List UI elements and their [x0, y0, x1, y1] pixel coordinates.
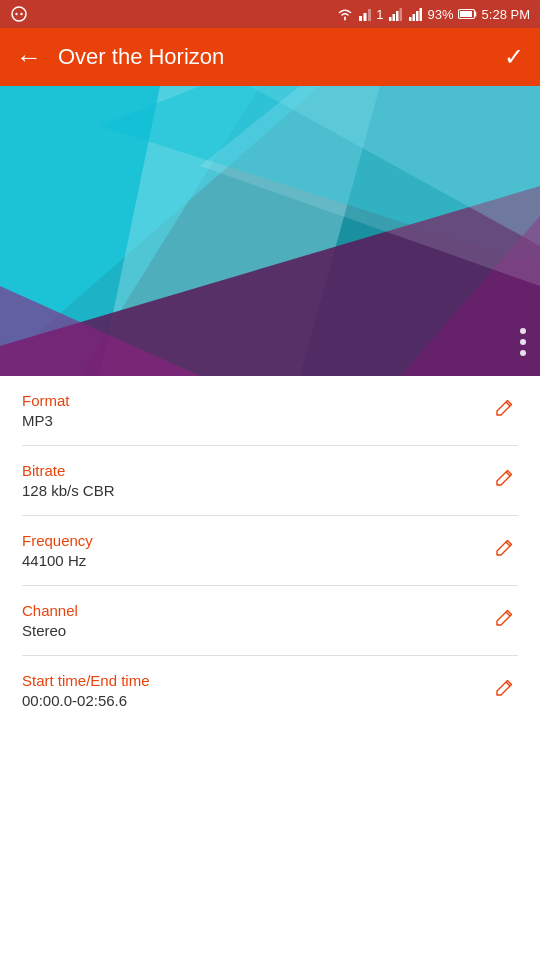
- svg-rect-5: [368, 9, 371, 21]
- svg-rect-10: [409, 17, 412, 21]
- album-art-area: [0, 86, 540, 376]
- svg-rect-6: [389, 17, 392, 21]
- time-content: Start time/End time 00:00.0-02:56.6: [22, 672, 490, 709]
- bitrate-content: Bitrate 128 kb/s CBR: [22, 462, 490, 499]
- format-row: Format MP3: [22, 376, 518, 446]
- channel-value: Stereo: [22, 622, 490, 639]
- dot2: [520, 339, 526, 345]
- frequency-content: Frequency 44100 Hz: [22, 532, 490, 569]
- svg-rect-8: [396, 11, 399, 21]
- app-bar-title: Over the Horizon: [58, 44, 504, 70]
- battery-icon: [458, 8, 478, 20]
- svg-point-0: [12, 7, 26, 21]
- time-value: 00:00.0-02:56.6: [22, 692, 490, 709]
- svg-rect-12: [416, 11, 419, 21]
- status-right-icons: 1 93% 5:28 PM: [336, 7, 530, 22]
- frequency-row: Frequency 44100 Hz: [22, 516, 518, 586]
- time-edit-button[interactable]: [490, 674, 518, 707]
- signal1-icon: [358, 7, 372, 21]
- pencil-icon: [494, 678, 514, 698]
- pencil-icon: [494, 468, 514, 488]
- bitrate-label: Bitrate: [22, 462, 490, 479]
- format-content: Format MP3: [22, 392, 490, 429]
- wechat-icon: [10, 5, 28, 23]
- svg-rect-13: [419, 8, 422, 21]
- svg-rect-7: [392, 14, 395, 21]
- status-bar: 1 93% 5:28 PM: [0, 0, 540, 28]
- dot1: [520, 328, 526, 334]
- dot3: [520, 350, 526, 356]
- app-bar: ← Over the Horizon ✓: [0, 28, 540, 86]
- confirm-button[interactable]: ✓: [504, 43, 524, 71]
- bitrate-row: Bitrate 128 kb/s CBR: [22, 446, 518, 516]
- details-list: Format MP3 Bitrate 128 kb/s CBR Frequenc…: [0, 376, 540, 725]
- battery-percent: 93%: [428, 7, 454, 22]
- svg-rect-9: [399, 8, 402, 21]
- svg-point-1: [15, 13, 17, 15]
- status-left-icons: [10, 5, 28, 23]
- svg-rect-11: [412, 14, 415, 21]
- wifi-icon: [336, 7, 354, 21]
- pencil-icon: [494, 398, 514, 418]
- channel-content: Channel Stereo: [22, 602, 490, 639]
- svg-rect-3: [359, 16, 362, 21]
- signal2-icon: [388, 7, 404, 21]
- time-row: Start time/End time 00:00.0-02:56.6: [22, 656, 518, 725]
- svg-rect-15: [460, 11, 472, 17]
- format-edit-button[interactable]: [490, 394, 518, 427]
- more-options-button[interactable]: [520, 328, 526, 356]
- album-art-svg: [0, 86, 540, 376]
- format-value: MP3: [22, 412, 490, 429]
- format-label: Format: [22, 392, 490, 409]
- svg-rect-4: [364, 13, 367, 21]
- sim-indicator: 1: [376, 7, 383, 22]
- time-label: Start time/End time: [22, 672, 490, 689]
- bitrate-value: 128 kb/s CBR: [22, 482, 490, 499]
- channel-row: Channel Stereo: [22, 586, 518, 656]
- bitrate-edit-button[interactable]: [490, 464, 518, 497]
- frequency-label: Frequency: [22, 532, 490, 549]
- back-button[interactable]: ←: [16, 44, 42, 70]
- time-display: 5:28 PM: [482, 7, 530, 22]
- frequency-edit-button[interactable]: [490, 534, 518, 567]
- pencil-icon: [494, 608, 514, 628]
- signal3-icon: [408, 7, 424, 21]
- channel-label: Channel: [22, 602, 490, 619]
- frequency-value: 44100 Hz: [22, 552, 490, 569]
- channel-edit-button[interactable]: [490, 604, 518, 637]
- pencil-icon: [494, 538, 514, 558]
- svg-point-2: [20, 13, 22, 15]
